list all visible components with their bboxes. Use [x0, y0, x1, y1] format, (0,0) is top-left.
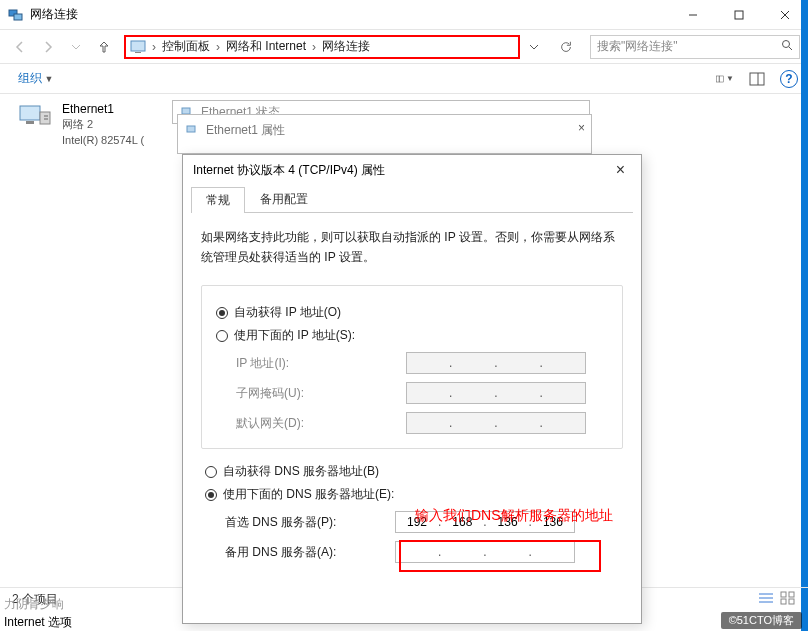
forward-button[interactable] — [36, 35, 60, 59]
adapter-network: 网络 2 — [62, 116, 144, 132]
svg-point-8 — [783, 41, 790, 48]
breadcrumb-sep — [150, 40, 158, 54]
adapter-device: Intel(R) 82574L ( — [62, 132, 144, 148]
annotation-text: 输入我们DNS解析服务器的地址 — [415, 507, 613, 525]
prop-dialog-close-button[interactable]: × — [578, 121, 585, 135]
ipv4-dialog-title: Internet 协议版本 4 (TCP/IPv4) 属性 — [193, 162, 385, 179]
radio-icon — [216, 307, 228, 319]
svg-rect-20 — [781, 592, 786, 597]
back-button[interactable] — [8, 35, 32, 59]
icons-view-button[interactable] — [780, 591, 796, 608]
ip-address-group: 自动获得 IP 地址(O) 使用下面的 IP 地址(S): IP 地址(I): … — [201, 285, 623, 449]
radio-dns-auto-label: 自动获得 DNS 服务器地址(B) — [223, 463, 379, 480]
maximize-button[interactable] — [716, 0, 762, 30]
breadcrumb-sep — [214, 40, 222, 54]
view-layout-button[interactable]: ▼ — [716, 70, 734, 88]
radio-icon — [216, 330, 228, 342]
ipv4-dialog-titlebar: Internet 协议版本 4 (TCP/IPv4) 属性 × — [183, 155, 641, 185]
network-icon — [8, 7, 24, 23]
svg-line-9 — [789, 47, 792, 50]
tab-general[interactable]: 常规 — [191, 187, 245, 213]
details-view-button[interactable] — [758, 591, 774, 608]
radio-ip-manual-label: 使用下面的 IP 地址(S): — [234, 327, 355, 344]
radio-icon — [205, 489, 217, 501]
svg-rect-23 — [789, 599, 794, 604]
refresh-button[interactable] — [554, 35, 578, 59]
search-placeholder: 搜索"网络连接" — [597, 38, 678, 55]
radio-ip-auto-label: 自动获得 IP 地址(O) — [234, 304, 341, 321]
nic-icon — [18, 102, 54, 130]
breadcrumb-item-1[interactable]: 网络和 Internet — [222, 38, 310, 55]
svg-rect-16 — [40, 112, 50, 124]
adapter-name: Ethernet1 — [62, 102, 144, 116]
radio-ip-manual[interactable]: 使用下面的 IP 地址(S): — [216, 327, 608, 344]
ipv4-intro-text: 如果网络支持此功能，则可以获取自动指派的 IP 设置。否则，你需要从网络系统管理… — [201, 227, 623, 267]
svg-rect-7 — [135, 52, 141, 53]
organize-menu[interactable]: 组织 — [10, 66, 61, 91]
breadcrumb-sep — [310, 40, 318, 54]
search-icon — [781, 39, 793, 54]
pref-dns-label: 首选 DNS 服务器(P): — [225, 514, 395, 531]
radio-dns-manual-label: 使用下面的 DNS 服务器地址(E): — [223, 486, 394, 503]
bg-line2[interactable]: Internet 选项 — [4, 613, 72, 631]
breadcrumb-item-0[interactable]: 控制面板 — [158, 38, 214, 55]
window-titlebar: 网络连接 — [0, 0, 808, 30]
ipv4-dialog-close-button[interactable]: × — [610, 161, 631, 179]
svg-rect-15 — [26, 121, 34, 124]
nic-small-icon — [186, 123, 200, 137]
breadcrumb-box[interactable]: 控制面板 网络和 Internet 网络连接 — [124, 35, 520, 59]
help-button[interactable]: ? — [780, 70, 798, 88]
ipv4-properties-dialog: Internet 协议版本 4 (TCP/IPv4) 属性 × 常规 备用配置 … — [182, 154, 642, 624]
control-panel-icon — [130, 39, 146, 55]
address-bar: 控制面板 网络和 Internet 网络连接 搜索"网络连接" — [0, 30, 808, 64]
command-bar: 组织 ▼ ? — [0, 64, 808, 94]
svg-rect-1 — [14, 14, 22, 20]
svg-rect-22 — [781, 599, 786, 604]
tab-alternate[interactable]: 备用配置 — [245, 186, 323, 212]
recent-locations-button[interactable] — [64, 35, 88, 59]
watermark: ©51CTO博客 — [721, 612, 802, 629]
breadcrumb-item-2[interactable]: 网络连接 — [318, 38, 374, 55]
radio-dns-manual[interactable]: 使用下面的 DNS 服务器地址(E): — [205, 486, 619, 503]
subnet-mask-label: 子网掩码(U): — [236, 385, 406, 402]
ip-address-field: ... — [406, 352, 586, 374]
background-links: 力阴骨夕响 Internet 选项 — [4, 595, 72, 631]
gateway-label: 默认网关(D): — [236, 415, 406, 432]
svg-rect-11 — [720, 75, 724, 81]
adapter-item-ethernet1[interactable]: Ethernet1 网络 2 Intel(R) 82574L ( — [18, 102, 168, 148]
radio-icon — [205, 466, 217, 478]
svg-rect-25 — [187, 126, 195, 132]
preview-pane-button[interactable] — [748, 70, 766, 88]
radio-ip-auto[interactable]: 自动获得 IP 地址(O) — [216, 304, 608, 321]
window-title: 网络连接 — [30, 6, 78, 23]
svg-rect-6 — [131, 41, 145, 51]
svg-rect-21 — [789, 592, 794, 597]
prop-dialog-title: Ethernet1 属性 — [206, 122, 285, 139]
ipv4-tabbar: 常规 备用配置 — [191, 187, 633, 213]
bg-line1: 力阴骨夕响 — [4, 595, 72, 613]
ip-address-label: IP 地址(I): — [236, 355, 406, 372]
minimize-button[interactable] — [670, 0, 716, 30]
svg-rect-14 — [20, 106, 40, 120]
address-dropdown-button[interactable] — [522, 35, 546, 59]
ethernet-properties-dialog: Ethernet1 属性 × — [177, 114, 592, 154]
up-button[interactable] — [92, 35, 116, 59]
svg-rect-12 — [750, 73, 764, 85]
alt-dns-label: 备用 DNS 服务器(A): — [225, 544, 395, 561]
svg-rect-3 — [735, 11, 743, 19]
radio-dns-auto[interactable]: 自动获得 DNS 服务器地址(B) — [205, 463, 619, 480]
gateway-field: ... — [406, 412, 586, 434]
subnet-mask-field: ... — [406, 382, 586, 404]
search-input[interactable]: 搜索"网络连接" — [590, 35, 800, 59]
annotation-highlight — [399, 540, 601, 572]
svg-rect-10 — [717, 75, 720, 81]
